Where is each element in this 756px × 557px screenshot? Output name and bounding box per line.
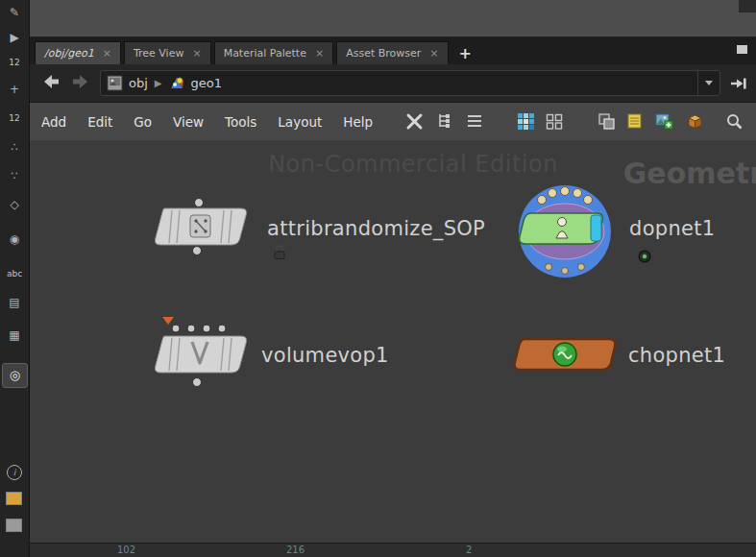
input-connector[interactable] xyxy=(218,325,226,332)
output-connector[interactable] xyxy=(193,378,202,387)
list-view-icon[interactable] xyxy=(466,112,483,133)
menu-bar: Add Edit Go View Tools Layout Help xyxy=(29,103,756,141)
node-attribrandomize[interactable] xyxy=(139,198,258,259)
menu-tools[interactable]: Tools xyxy=(225,114,256,130)
path-bar: obj ▶ geo1 xyxy=(29,64,756,103)
node-label[interactable]: volumevop1 xyxy=(261,344,389,367)
close-icon[interactable]: × xyxy=(103,47,111,60)
watermark-text: Non-Commercial Edition xyxy=(245,151,581,178)
select-icon[interactable]: ▶ xyxy=(0,31,29,44)
node-label[interactable]: chopnet1 xyxy=(628,344,725,367)
menu-items: Add Edit Go View Tools Layout Help xyxy=(29,103,756,140)
shelf-strip xyxy=(29,0,756,37)
output-connector[interactable] xyxy=(546,264,552,271)
node-volumevop[interactable] xyxy=(139,321,258,394)
display-flag[interactable] xyxy=(591,215,601,241)
menu-go[interactable]: Go xyxy=(134,114,152,130)
gray-swatch-icon[interactable] xyxy=(6,519,22,532)
output-connector[interactable] xyxy=(193,247,202,255)
menu-help[interactable]: Help xyxy=(343,114,373,130)
tab-label: Tree View xyxy=(134,47,184,60)
tab-label: Material Palette xyxy=(224,47,306,60)
pen-icon[interactable]: ✎ xyxy=(0,6,29,19)
breadcrumb-node[interactable]: geo1 xyxy=(191,76,222,90)
input-connector[interactable] xyxy=(187,325,195,332)
menu-add[interactable]: Add xyxy=(41,114,66,130)
abc-tool-icon[interactable]: abc xyxy=(0,267,29,280)
search-icon[interactable] xyxy=(725,112,744,134)
thumbnail-icon-2[interactable]: ▦ xyxy=(0,328,29,342)
active-tool-icon[interactable]: ◎ xyxy=(2,363,28,388)
tab-label: /obj/geo1 xyxy=(44,47,94,60)
obj-network-icon xyxy=(107,75,123,91)
chevron-down-icon xyxy=(705,81,713,85)
path-dropdown[interactable] xyxy=(697,71,719,95)
left-toolbar: ✎ ▶ 12 + 12 ∴ ∵ ◇ ◉ abc ▤ ▦ ◎ i xyxy=(0,0,30,557)
input-connector[interactable] xyxy=(584,196,593,205)
menu-edit[interactable]: Edit xyxy=(87,114,112,130)
node-label[interactable]: attribrandomize_SOP xyxy=(267,217,485,240)
close-icon[interactable]: × xyxy=(429,47,438,60)
thumbnail-icon[interactable]: ▤ xyxy=(0,296,29,309)
node-label[interactable]: dopnet1 xyxy=(629,217,715,240)
bottom-pane-edge: 102 216 2 xyxy=(29,543,756,557)
breadcrumb-network[interactable]: obj xyxy=(129,76,148,90)
dots-tool-icon[interactable]: ∴ xyxy=(0,140,29,154)
node-chopnet[interactable] xyxy=(509,334,624,378)
pin-path-icon[interactable] xyxy=(729,76,747,94)
output-connector[interactable] xyxy=(578,264,585,271)
menu-layout[interactable]: Layout xyxy=(278,114,322,130)
sticky-note-icon[interactable] xyxy=(626,112,644,133)
asset-box-icon[interactable] xyxy=(686,112,704,134)
grid-size-label-a[interactable]: 12 xyxy=(0,56,29,69)
grid-colored-icon[interactable] xyxy=(517,112,535,134)
chevron-right-icon: ▶ xyxy=(155,78,162,88)
geometry-node-icon xyxy=(169,75,185,91)
hierarchy-icon[interactable] xyxy=(436,112,453,133)
network-editor[interactable]: Non-Commercial Edition Geometr attribran… xyxy=(29,140,756,543)
pane-corner xyxy=(739,0,756,12)
grid-outline-icon[interactable] xyxy=(546,112,564,134)
ruler-number: 2 xyxy=(466,545,472,555)
input-connector[interactable] xyxy=(561,187,570,196)
back-button[interactable] xyxy=(41,74,61,93)
tab-asset-browser[interactable]: Asset Browser × xyxy=(336,41,448,64)
tab-tree-view[interactable]: Tree View × xyxy=(124,41,211,64)
close-icon[interactable]: × xyxy=(315,47,324,60)
add-tool-icon[interactable]: + xyxy=(0,83,29,96)
grid-size-label-b[interactable]: 12 xyxy=(0,111,29,125)
lock-icon xyxy=(273,244,286,264)
image-add-icon[interactable] xyxy=(655,112,673,134)
pane-control[interactable] xyxy=(737,45,747,54)
windows-icon[interactable] xyxy=(597,112,616,134)
input-connector[interactable] xyxy=(538,196,547,205)
dots-tool-icon-2[interactable]: ∵ xyxy=(0,169,29,182)
orange-swatch-icon[interactable] xyxy=(6,492,22,505)
target-tool-icon[interactable]: ◉ xyxy=(0,232,29,246)
pane-tab-bar: /obj/geo1 × Tree View × Material Palette… xyxy=(29,37,756,64)
network-type-label: Geometr xyxy=(623,157,756,190)
diamond-tool-icon[interactable]: ◇ xyxy=(0,198,29,211)
input-connector[interactable] xyxy=(549,189,557,198)
tab-obj-geo1[interactable]: /obj/geo1 × xyxy=(35,41,121,64)
output-connector[interactable] xyxy=(562,268,569,275)
tab-material-palette[interactable]: Material Palette × xyxy=(214,41,334,64)
new-tab-button[interactable]: + xyxy=(459,41,472,64)
path-field[interactable]: obj ▶ geo1 xyxy=(100,70,720,96)
ruler-number: 102 xyxy=(117,545,135,555)
input-connector[interactable] xyxy=(172,325,180,332)
menu-view[interactable]: View xyxy=(173,114,204,130)
tools-icon[interactable] xyxy=(405,112,424,134)
info-icon[interactable]: i xyxy=(7,465,22,480)
close-icon[interactable]: × xyxy=(192,47,201,60)
houdini-window: ✎ ▶ 12 + 12 ∴ ∵ ◇ ◉ abc ▤ ▦ ◎ i /obj/geo… xyxy=(0,0,756,557)
input-connector[interactable] xyxy=(203,325,210,332)
node-dopnet[interactable] xyxy=(514,181,616,286)
tab-label: Asset Browser xyxy=(346,47,421,60)
render-flag-icon[interactable] xyxy=(637,249,652,268)
forward-button[interactable] xyxy=(71,74,90,93)
input-connector[interactable] xyxy=(195,199,204,207)
ruler-number: 216 xyxy=(286,545,305,555)
input-connector[interactable] xyxy=(573,189,582,198)
